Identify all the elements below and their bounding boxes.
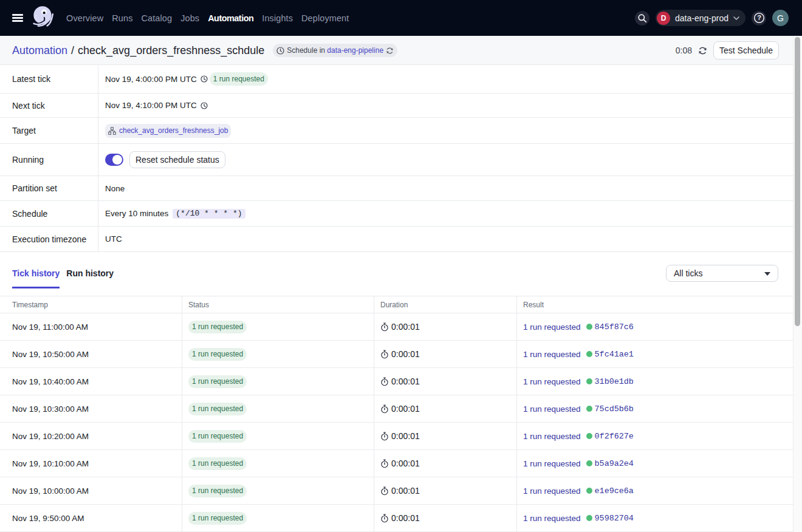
svg-text:?: ? [757,14,761,21]
